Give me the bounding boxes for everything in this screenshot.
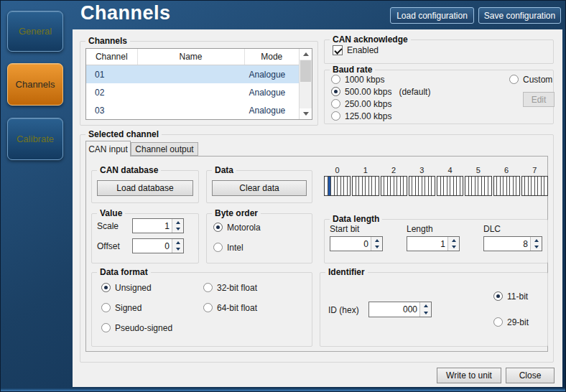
- application-window: General Channels Calibrate Channels Load…: [0, 0, 566, 392]
- spinner-buttons: [447, 237, 459, 251]
- byte-index-label: 7: [521, 166, 548, 176]
- offset-spinner[interactable]: 0: [132, 238, 184, 253]
- identifier-29bit[interactable]: 29-bit: [493, 317, 529, 327]
- dlc-spinner[interactable]: 8: [483, 236, 542, 251]
- spin-up-icon[interactable]: [371, 237, 382, 244]
- baud-option-250[interactable]: 250.00 kbps: [331, 98, 391, 109]
- radio-icon: [493, 291, 503, 301]
- byte-box[interactable]: [465, 176, 491, 196]
- spin-down-icon[interactable]: [448, 244, 459, 251]
- spin-up-icon[interactable]: [420, 302, 431, 309]
- sidebar-item-label: General: [19, 26, 52, 37]
- load-configuration-button[interactable]: Load configuration: [390, 7, 474, 24]
- table-row[interactable]: 02 Analogue: [86, 83, 300, 101]
- page-title: Channels: [80, 2, 171, 24]
- id-hex-value[interactable]: 000: [369, 302, 419, 317]
- bit-cell[interactable]: [544, 177, 547, 195]
- clear-data-button[interactable]: Clear data: [212, 180, 307, 196]
- byte-box[interactable]: [352, 176, 379, 196]
- radio-icon: [101, 283, 111, 292]
- cell-channel: 02: [86, 88, 138, 98]
- bit-cell[interactable]: [404, 177, 407, 195]
- column-header-mode[interactable]: Mode: [245, 49, 300, 65]
- load-database-button[interactable]: Load database: [97, 180, 193, 196]
- value-group-title: Value: [97, 208, 125, 218]
- radio-label: Unsigned: [115, 283, 152, 293]
- radio-icon: [331, 75, 340, 84]
- bit-cell[interactable]: [460, 177, 463, 195]
- scale-value[interactable]: 1: [133, 219, 172, 233]
- spin-up-icon[interactable]: [172, 239, 183, 246]
- format-64bit-float[interactable]: 64-bit float: [203, 302, 257, 313]
- offset-value[interactable]: 0: [133, 239, 172, 253]
- spin-up-icon[interactable]: [172, 219, 183, 226]
- byte-order-intel[interactable]: Intel: [213, 242, 243, 253]
- bit-cell[interactable]: [516, 177, 519, 195]
- spin-up-icon[interactable]: [448, 237, 459, 244]
- byte-box[interactable]: [381, 176, 407, 196]
- scale-spinner[interactable]: 1: [132, 218, 184, 233]
- start-bit-value[interactable]: 0: [330, 237, 371, 251]
- length-value[interactable]: 1: [407, 237, 447, 251]
- radio-icon: [213, 243, 223, 252]
- format-pseudo-signed[interactable]: Pseudo-signed: [101, 322, 172, 333]
- id-hex-spinner[interactable]: 000: [368, 302, 432, 317]
- bit-cell[interactable]: [376, 177, 379, 195]
- spin-down-icon[interactable]: [371, 244, 382, 251]
- baud-option-125[interactable]: 125.00 kbps: [331, 111, 391, 121]
- column-header-channel[interactable]: Channel: [86, 49, 138, 65]
- save-configuration-button[interactable]: Save configuration: [478, 7, 561, 24]
- write-to-unit-button[interactable]: Write to unit: [437, 368, 501, 383]
- data-group-title: Data: [212, 165, 236, 175]
- radio-icon: [213, 223, 223, 232]
- table-row[interactable]: 03 Analogue: [86, 101, 300, 119]
- scrollbar-thumb[interactable]: [300, 60, 311, 82]
- sidebar-item-general[interactable]: General: [7, 11, 63, 52]
- table-scrollbar[interactable]: [299, 49, 312, 119]
- spin-up-icon[interactable]: [531, 237, 542, 244]
- byte-order-group: Byte order: [206, 213, 312, 263]
- byte-order-motorola[interactable]: Motorola: [213, 222, 261, 233]
- sidebar-item-calibrate[interactable]: Calibrate: [7, 118, 63, 160]
- byte-box[interactable]: [437, 176, 463, 196]
- column-header-name[interactable]: Name: [138, 49, 245, 65]
- sidebar-item-channels[interactable]: Channels: [7, 63, 63, 106]
- table-row[interactable]: 01 Analogue: [86, 65, 300, 83]
- close-button[interactable]: Close: [506, 368, 555, 383]
- bit-cell[interactable]: [348, 177, 351, 195]
- tab-channel-output[interactable]: Channel output: [131, 142, 198, 156]
- scroll-down-icon[interactable]: [300, 108, 312, 119]
- spin-down-icon[interactable]: [172, 246, 183, 253]
- format-32bit-float[interactable]: 32-bit float: [203, 282, 257, 293]
- spin-down-icon[interactable]: [420, 309, 431, 317]
- spin-down-icon[interactable]: [172, 226, 183, 233]
- radio-label: Motorola: [227, 223, 261, 233]
- radio-label: 1000 kbps: [345, 75, 384, 85]
- spin-down-icon[interactable]: [531, 244, 542, 251]
- byte-box[interactable]: [409, 176, 435, 196]
- byte-index-label: 3: [409, 166, 435, 176]
- dlc-value[interactable]: 8: [484, 237, 530, 251]
- bit-cell[interactable]: [432, 177, 435, 195]
- byte-box[interactable]: [493, 176, 520, 196]
- radio-label: 32-bit float: [217, 283, 257, 293]
- scroll-up-icon[interactable]: [300, 49, 312, 60]
- start-bit-spinner[interactable]: 0: [330, 236, 383, 251]
- baud-option-custom[interactable]: Custom: [509, 74, 552, 85]
- cell-channel: 01: [86, 70, 138, 80]
- edit-button[interactable]: Edit: [523, 92, 555, 107]
- sidebar-item-label: Channels: [16, 79, 55, 90]
- baud-option-500[interactable]: 500.00 kbps (default): [331, 86, 430, 97]
- baud-option-1000[interactable]: 1000 kbps: [331, 74, 384, 85]
- identifier-11bit[interactable]: 11-bit: [493, 291, 528, 302]
- tab-can-input[interactable]: CAN input: [85, 141, 131, 157]
- length-spinner[interactable]: 1: [407, 236, 460, 251]
- byte-box[interactable]: [324, 176, 351, 196]
- bit-cell[interactable]: [488, 177, 491, 195]
- format-unsigned[interactable]: Unsigned: [101, 282, 152, 293]
- byte-column: 3: [409, 166, 435, 196]
- cell-mode: Analogue: [245, 88, 300, 98]
- enabled-checkbox[interactable]: Enabled: [333, 45, 379, 55]
- byte-box[interactable]: [521, 176, 548, 196]
- format-signed[interactable]: Signed: [101, 302, 142, 313]
